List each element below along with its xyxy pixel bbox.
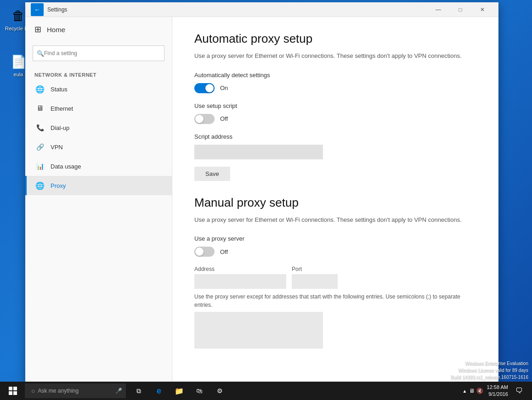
- maximize-button[interactable]: □: [450, 2, 471, 17]
- exceptions-desc: Use the proxy server except for addresse…: [194, 293, 476, 309]
- task-view-icon: ⧉: [136, 387, 141, 395]
- sidebar-item-ethernet-label: Ethernet: [51, 105, 73, 112]
- clock-date: 9/1/2016: [487, 391, 508, 398]
- taskbar-search-label: Ask me anything: [38, 388, 79, 394]
- svg-rect-0: [9, 387, 12, 390]
- port-label: Port: [292, 266, 338, 272]
- chevron-up-icon[interactable]: ▲: [463, 389, 467, 394]
- port-input[interactable]: [292, 274, 338, 289]
- auto-detect-label: Automatically detect settings: [194, 72, 476, 79]
- clock-time: 12:58 AM: [487, 384, 508, 391]
- network-icon[interactable]: 🖥: [469, 388, 475, 394]
- taskbar-search-box[interactable]: ○ Ask me anything 🎤: [25, 383, 126, 398]
- task-view-button[interactable]: ⧉: [130, 382, 148, 400]
- eula-icon: 📄: [9, 52, 28, 71]
- notification-button[interactable]: 🗨: [512, 382, 526, 400]
- sidebar-item-status[interactable]: 🌐 Status: [25, 79, 172, 99]
- dialup-icon: 📞: [36, 124, 44, 132]
- search-icon: 🔍: [37, 50, 44, 57]
- window-controls: — □ ✕: [428, 2, 493, 17]
- sidebar-item-proxy-label: Proxy: [51, 182, 66, 189]
- address-input[interactable]: [194, 274, 286, 289]
- svg-rect-3: [13, 391, 17, 395]
- auto-detect-toggle[interactable]: [194, 83, 215, 93]
- script-address-input[interactable]: [194, 145, 323, 159]
- sidebar-item-proxy[interactable]: 🌐 Proxy: [25, 176, 172, 195]
- explorer-button[interactable]: 📁: [170, 382, 188, 400]
- setup-script-toggle-row: Off: [194, 114, 476, 124]
- use-proxy-state: Off: [220, 248, 228, 255]
- sidebar-item-status-label: Status: [51, 86, 68, 93]
- home-icon: ⊞: [34, 24, 41, 34]
- system-tray: ▲ 🖥 🔇: [463, 388, 483, 394]
- start-button[interactable]: [2, 382, 24, 400]
- sidebar: ⊞ Home 🔍 Network & Internet 🌐 Status 🖥: [25, 17, 172, 383]
- data-usage-icon: 📊: [36, 162, 44, 170]
- svg-rect-1: [13, 387, 17, 390]
- sidebar-category: Network & Internet: [25, 68, 172, 79]
- taskbar: ○ Ask me anything 🎤 ⧉ e 📁 🛍 ⚙ ▲: [0, 382, 532, 400]
- vpn-icon: 🔗: [36, 143, 44, 151]
- port-group: Port: [292, 266, 338, 289]
- ethernet-icon: 🖥: [36, 104, 44, 113]
- address-group: Address: [194, 266, 286, 289]
- eula-label: eula: [14, 72, 23, 77]
- automatic-proxy-desc: Use a proxy server for Ethernet or Wi-Fi…: [194, 51, 476, 61]
- exceptions-textarea[interactable]: [194, 312, 323, 349]
- taskbar-search-icon: ○: [31, 387, 35, 394]
- taskbar-clock[interactable]: 12:58 AM 9/1/2016: [487, 384, 508, 398]
- desktop: 🗑 Recycle Bin 📄 eula ← Settings — □ ✕ ⊞ …: [0, 0, 532, 400]
- settings-window: ← Settings — □ ✕ ⊞ Home 🔍: [25, 2, 498, 383]
- taskbar-right: ▲ 🖥 🔇 12:58 AM 9/1/2016 🗨: [463, 382, 530, 400]
- microphone-icon: 🎤: [115, 388, 122, 394]
- manual-proxy-desc: Use a proxy server for Ethernet or Wi-Fi…: [194, 215, 476, 225]
- sidebar-home[interactable]: ⊞ Home: [25, 17, 172, 42]
- sidebar-item-vpn-label: VPN: [51, 144, 63, 151]
- setup-script-state: Off: [220, 115, 228, 122]
- sidebar-item-data-usage[interactable]: 📊 Data usage: [25, 157, 172, 176]
- taskbar-icons: ⧉ e 📁 🛍 ⚙: [130, 382, 229, 400]
- auto-detect-knob: [205, 84, 214, 92]
- windows-logo-icon: [9, 387, 17, 395]
- sidebar-item-dialup-label: Dial-up: [51, 124, 69, 131]
- main-content: Automatic proxy setup Use a proxy server…: [172, 17, 498, 383]
- auto-detect-state: On: [220, 85, 228, 91]
- use-proxy-label: Use a proxy server: [194, 235, 476, 242]
- automatic-proxy-title: Automatic proxy setup: [194, 32, 476, 46]
- script-address-label: Script address: [194, 133, 476, 140]
- home-label: Home: [47, 26, 65, 34]
- sidebar-item-dialup[interactable]: 📞 Dial-up: [25, 118, 172, 137]
- address-port-row: Address Port: [194, 266, 476, 289]
- save-button[interactable]: Save: [194, 167, 230, 181]
- sidebar-search-box[interactable]: 🔍: [33, 45, 164, 61]
- status-icon: 🌐: [36, 85, 44, 93]
- address-label: Address: [194, 266, 286, 272]
- back-button[interactable]: ←: [31, 3, 44, 16]
- sidebar-item-vpn[interactable]: 🔗 VPN: [25, 137, 172, 157]
- svg-rect-2: [9, 391, 12, 395]
- setup-script-toggle[interactable]: [194, 114, 215, 124]
- recycle-bin-icon: 🗑: [9, 6, 28, 25]
- window-body: ⊞ Home 🔍 Network & Internet 🌐 Status 🖥: [25, 17, 498, 383]
- title-bar: ← Settings — □ ✕: [25, 2, 498, 17]
- volume-icon[interactable]: 🔇: [476, 388, 483, 394]
- sidebar-item-data-usage-label: Data usage: [51, 163, 81, 170]
- proxy-icon: 🌐: [36, 181, 44, 190]
- edge-button[interactable]: e: [150, 382, 168, 400]
- sidebar-item-ethernet[interactable]: 🖥 Ethernet: [25, 99, 172, 118]
- edge-icon: e: [157, 386, 161, 396]
- window-title: Settings: [47, 6, 428, 13]
- setup-script-knob: [195, 115, 204, 123]
- settings-button[interactable]: ⚙: [210, 382, 229, 400]
- close-button[interactable]: ✕: [472, 2, 493, 17]
- use-proxy-toggle[interactable]: [194, 247, 215, 257]
- use-proxy-toggle-row: Off: [194, 247, 476, 257]
- notification-icon: 🗨: [515, 387, 523, 395]
- manual-proxy-title: Manual proxy setup: [194, 196, 476, 210]
- use-proxy-knob: [195, 248, 204, 256]
- minimize-button[interactable]: —: [428, 2, 449, 17]
- settings-gear-icon: ⚙: [217, 387, 223, 394]
- auto-detect-toggle-row: On: [194, 83, 476, 93]
- store-button[interactable]: 🛍: [190, 382, 209, 400]
- search-input[interactable]: [44, 50, 160, 56]
